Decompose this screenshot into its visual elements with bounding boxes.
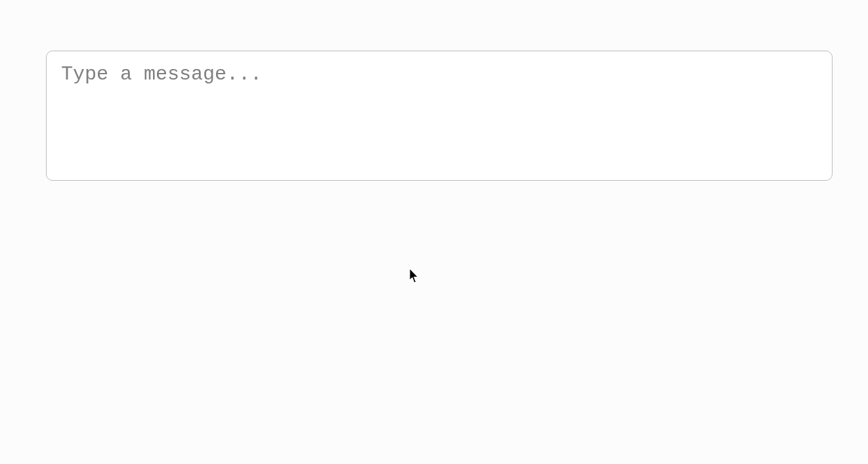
message-input[interactable] xyxy=(46,51,833,181)
cursor-icon xyxy=(409,268,421,285)
